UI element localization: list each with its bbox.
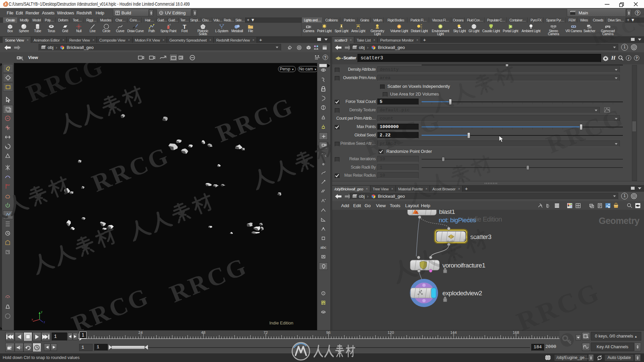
svg-text:x: x <box>32 318 33 321</box>
svg-text:blast1: blast1 <box>439 210 455 215</box>
svg-text:not: bigPieces: not: bigPieces <box>439 217 476 224</box>
svg-text:explodedview2: explodedview2 <box>442 290 482 297</box>
svg-text:T: T <box>183 23 186 29</box>
svg-text:scatter3: scatter3 <box>470 233 491 240</box>
svg-text:y: y <box>41 310 43 313</box>
svg-text:z: z <box>44 320 45 323</box>
svg-text:Geometry: Geometry <box>599 216 640 226</box>
svg-text:voronoifracture1: voronoifracture1 <box>442 262 485 269</box>
